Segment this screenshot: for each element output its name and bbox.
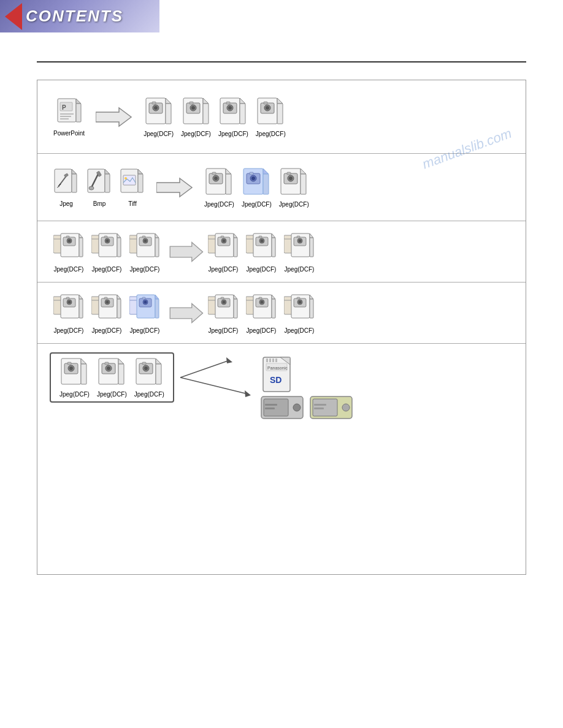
devices-row — [260, 395, 353, 422]
sd-card-icon: Panasonic SD — [260, 351, 294, 393]
jpeg-dcf-label-4: Jpeg(DCF) — [256, 131, 286, 137]
svg-marker-10 — [166, 98, 171, 104]
svg-point-102 — [144, 239, 147, 242]
main-diagram-box: P PowerPoint — [37, 80, 526, 575]
powerpoint-file-icon: P — [56, 97, 82, 128]
svg-marker-64 — [263, 169, 269, 174]
svg-rect-32 — [277, 104, 283, 124]
r4-left-2: Jpeg(DCF) — [91, 292, 122, 334]
svg-rect-65 — [263, 174, 269, 194]
r3-right-1: Jpeg(DCF) — [208, 231, 239, 273]
left-icons-row2: Jpeg Bmp — [50, 168, 149, 207]
jpeg-dcf-4: Jpeg(DCF) — [256, 97, 286, 137]
r5-cam-label-2: Jpeg(DCF) — [97, 391, 127, 398]
svg-rect-173 — [272, 299, 275, 318]
svg-point-223 — [293, 404, 301, 411]
svg-marker-108 — [234, 233, 237, 238]
svg-point-61 — [214, 176, 218, 180]
r5-cam-label-3: Jpeg(DCF) — [134, 391, 164, 398]
svg-rect-154 — [155, 299, 159, 318]
svg-point-112 — [223, 239, 226, 242]
hdd2-icon — [309, 395, 353, 422]
svg-point-121 — [261, 239, 264, 242]
svg-rect-18 — [203, 104, 209, 124]
r4-left-label-1: Jpeg(DCF) — [54, 327, 84, 334]
svg-marker-202 — [156, 358, 161, 364]
right-icons-row3: Jpeg(DCF) Jpeg(DCF) — [204, 231, 318, 273]
svg-rect-94 — [104, 236, 107, 238]
svg-rect-81 — [79, 238, 83, 257]
svg-marker-51 — [138, 169, 143, 174]
powerpoint-label: PowerPoint — [53, 130, 85, 137]
svg-rect-29 — [226, 102, 230, 104]
svg-point-176 — [261, 300, 264, 303]
r2-jpeg-dcf-2-blue: Jpeg(DCF) — [242, 167, 272, 208]
svg-marker-8 — [96, 108, 131, 126]
svg-rect-149 — [104, 297, 107, 299]
svg-rect-90 — [117, 238, 121, 257]
svg-rect-203 — [156, 364, 161, 384]
svg-rect-186 — [297, 297, 300, 299]
svg-marker-117 — [272, 233, 275, 238]
r5-cam-3: Jpeg(DCF) — [134, 357, 164, 398]
r3-right-label-1: Jpeg(DCF) — [209, 266, 239, 273]
svg-line-210 — [180, 377, 248, 394]
r3-left-label-3: Jpeg(DCF) — [130, 266, 160, 273]
svg-text:P: P — [62, 104, 66, 111]
svg-point-167 — [223, 300, 226, 303]
svg-rect-193 — [67, 362, 71, 365]
jpeg-label: Jpeg — [59, 200, 73, 207]
svg-rect-69 — [250, 172, 253, 175]
svg-marker-98 — [155, 233, 159, 238]
svg-rect-229 — [314, 404, 326, 406]
r3-left-label-2: Jpeg(DCF) — [92, 266, 122, 273]
row5-devices: Panasonic SD — [260, 351, 353, 404]
svg-rect-122 — [259, 236, 262, 238]
svg-point-130 — [299, 239, 302, 242]
jpeg-dcf-3: Jpeg(DCF) — [218, 97, 248, 137]
svg-rect-85 — [66, 236, 69, 238]
svg-rect-224 — [265, 404, 277, 406]
svg-marker-135 — [79, 295, 83, 299]
svg-rect-177 — [259, 297, 262, 299]
svg-rect-189 — [81, 364, 86, 384]
r3-right-2: Jpeg(DCF) — [246, 231, 277, 273]
svg-point-93 — [106, 239, 109, 242]
arrow-row4 — [169, 301, 199, 325]
svg-marker-126 — [310, 233, 313, 238]
jpeg-dcf-label-1: Jpeg(DCF) — [144, 131, 174, 137]
svg-marker-24 — [240, 98, 245, 104]
jpeg-dcf-1: Jpeg(DCF) — [144, 97, 174, 137]
svg-rect-131 — [297, 236, 300, 238]
svg-marker-188 — [81, 358, 86, 364]
svg-rect-158 — [142, 297, 145, 299]
svg-marker-172 — [272, 295, 275, 299]
svg-marker-57 — [226, 169, 231, 174]
svg-point-192 — [69, 366, 73, 370]
left-icons-row4: Jpeg(DCF) Jpeg(DCF) — [50, 292, 164, 334]
svg-rect-2 — [76, 104, 81, 122]
left-icons-row1: P PowerPoint — [50, 97, 88, 137]
svg-rect-6 — [60, 116, 71, 117]
svg-rect-217 — [266, 358, 268, 362]
svg-rect-140 — [66, 297, 69, 299]
r2-jpeg-dcf-label-3: Jpeg(DCF) — [279, 201, 309, 208]
right-icons-row4: Jpeg(DCF) Jpeg(DCF) — [204, 292, 318, 334]
svg-rect-225 — [265, 408, 275, 409]
svg-marker-209 — [226, 357, 232, 363]
svg-point-48 — [89, 186, 94, 190]
svg-rect-7 — [60, 118, 69, 119]
r4-right-2: Jpeg(DCF) — [246, 292, 277, 334]
arrow-row3 — [169, 240, 199, 264]
svg-point-139 — [68, 300, 71, 303]
arrow-row2 — [156, 175, 193, 200]
svg-marker-38 — [72, 169, 77, 174]
r3-left-label-1: Jpeg(DCF) — [54, 266, 84, 273]
r3-right-label-3: Jpeg(DCF) — [285, 266, 315, 273]
row5-arrows-svg — [180, 351, 254, 404]
r3-left-2: Jpeg(DCF) — [91, 231, 122, 273]
hdd1-icon — [260, 395, 304, 422]
svg-marker-181 — [310, 295, 313, 299]
svg-rect-200 — [105, 362, 109, 365]
r3-left-1: Jpeg(DCF) — [53, 231, 84, 273]
